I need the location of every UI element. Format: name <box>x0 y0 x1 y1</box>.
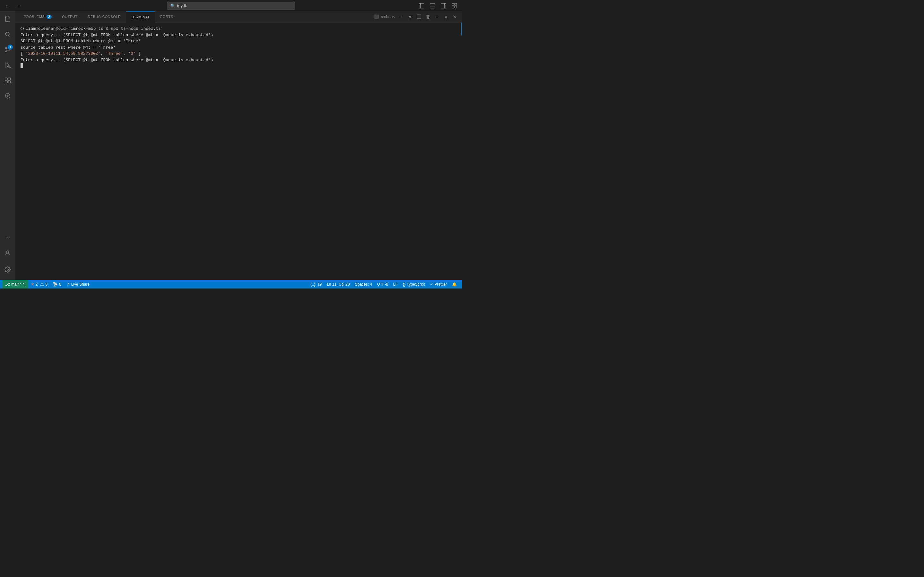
close-panel-button[interactable]: ✕ <box>451 13 459 21</box>
search-input[interactable] <box>177 3 292 8</box>
source-underline: source <box>21 45 36 51</box>
spaces-label: Spaces: 4 <box>355 282 372 287</box>
array-val-2: 'Three' <box>105 51 123 57</box>
tab-problems[interactable]: PROBLEMS 2 <box>19 11 57 23</box>
svg-line-11 <box>9 35 11 37</box>
prompt-text: liammclennan@old-rimrock-mbp ts % <box>26 26 111 32</box>
tab-terminal[interactable]: TERMINAL <box>126 11 155 23</box>
sidebar-item-run-debug[interactable] <box>0 57 15 73</box>
extensions-icon <box>5 77 11 84</box>
git-branch-item[interactable]: ⎇ main* ↻ <box>3 280 28 288</box>
formatter-label: Prettier <box>435 282 447 287</box>
terminal-line-6: Enter a query... (SELECT @t,@mt FROM tab… <box>21 57 457 63</box>
more-actions-button[interactable]: ··· <box>433 13 441 21</box>
svg-rect-20 <box>5 81 8 83</box>
spaces-item[interactable]: Spaces: 4 <box>352 280 375 288</box>
broadcast-icon: 📡 <box>53 282 58 287</box>
svg-rect-8 <box>452 6 454 8</box>
split-terminal-button[interactable] <box>415 13 423 21</box>
new-terminal-button[interactable]: + <box>397 13 405 21</box>
activity-bar: 1 <box>0 11 15 280</box>
split-icon <box>417 15 421 19</box>
svg-rect-0 <box>419 3 424 8</box>
svg-rect-7 <box>455 3 457 5</box>
formatter-check: ✓ <box>430 282 433 287</box>
command-palette[interactable]: 🔍 <box>167 2 295 10</box>
settings-icon <box>5 266 11 273</box>
line-ending-item[interactable]: LF <box>391 280 401 288</box>
title-bar: ← → 🔍 <box>0 0 462 11</box>
panel-actions: + ∨ 🗑 ··· ∧ ✕ <box>397 13 459 21</box>
svg-rect-6 <box>452 3 454 5</box>
terminal-content[interactable]: liammclennan@old-rimrock-mbp ts % npx ts… <box>15 23 462 280</box>
live-share-icon: ↗ <box>66 282 70 287</box>
status-bar: ⎇ main* ↻ ✕ 2 ⚠ 0 📡 0 ↗ Live Share {..}:… <box>0 280 462 288</box>
output-line-4-rest: tableb rest where @mt = 'Three' <box>36 45 116 51</box>
back-button[interactable]: ← <box>3 1 12 10</box>
branch-name: main* <box>11 282 21 287</box>
svg-point-14 <box>5 51 7 52</box>
language-item[interactable]: {} TypeScript <box>401 280 428 288</box>
output-line-6: Enter a query... (SELECT @t,@mt FROM tab… <box>21 57 213 63</box>
activity-top: 1 <box>0 11 15 232</box>
tab-ports[interactable]: PORTS <box>155 11 178 23</box>
launch-profile-button[interactable]: ∨ <box>406 13 414 21</box>
more-activity-button[interactable]: ··· <box>0 232 15 243</box>
svg-point-12 <box>5 47 7 49</box>
layout-buttons <box>417 1 459 10</box>
toggle-secondary-sidebar-button[interactable] <box>439 1 448 10</box>
sidebar-item-account[interactable] <box>0 245 15 261</box>
activity-bottom: ··· <box>0 232 15 280</box>
svg-rect-19 <box>8 78 11 81</box>
comma-2: , <box>123 51 128 57</box>
toggle-bottom-panel-button[interactable] <box>428 1 437 10</box>
output-line-3: SELECT @t,@mt,@i FROM tableb where @mt =… <box>21 38 141 45</box>
cursor-position-item[interactable]: Ln 11, Col 20 <box>325 280 352 288</box>
svg-point-24 <box>7 251 9 253</box>
language-label: TypeScript <box>407 282 425 287</box>
svg-rect-9 <box>455 6 457 8</box>
svg-rect-4 <box>441 3 446 8</box>
tab-debug-console[interactable]: DEBUG CONSOLE <box>82 11 126 23</box>
encoding-item[interactable]: UTF-8 <box>375 280 391 288</box>
terminal-line-3: SELECT @t,@mt,@i FROM tableb where @mt =… <box>21 38 457 45</box>
warnings-count: 0 <box>45 282 47 287</box>
problems-badge: 2 <box>47 15 52 19</box>
sidebar-item-settings[interactable] <box>0 262 15 277</box>
source-control-badge: 1 <box>8 45 13 50</box>
toggle-primary-sidebar-button[interactable] <box>417 1 426 10</box>
svg-rect-2 <box>430 3 435 8</box>
sidebar-item-extensions[interactable] <box>0 73 15 88</box>
sidebar-item-search[interactable] <box>0 27 15 42</box>
files-icon <box>5 16 11 22</box>
terminal-line-5: [ '2023-10-19T11:54:59.9827300Z' , 'Thre… <box>21 51 457 57</box>
live-share-label: Live Share <box>71 282 89 287</box>
tab-output[interactable]: OUTPUT <box>57 11 82 23</box>
svg-point-25 <box>7 269 9 271</box>
customize-layout-button[interactable] <box>450 1 459 10</box>
maximize-panel-button[interactable]: ∧ <box>442 13 450 21</box>
svg-point-10 <box>5 32 9 36</box>
kill-terminal-button[interactable]: 🗑 <box>424 13 432 21</box>
forward-button[interactable]: → <box>15 1 24 10</box>
encoding-label: UTF-8 <box>377 282 388 287</box>
formatter-item[interactable]: ✓ Prettier <box>427 280 449 288</box>
main-layout: 1 <box>0 11 462 280</box>
array-val-1: '2023-10-19T11:54:59.9827300Z' <box>26 51 101 57</box>
sidebar-item-remote[interactable] <box>0 88 15 103</box>
terminal-instance-name: node - ts <box>381 15 395 19</box>
remote-count: 0 <box>59 282 61 287</box>
scrollbar-accent <box>461 23 462 35</box>
warning-icon: ⚠ <box>40 282 44 287</box>
sidebar-item-source-control[interactable]: 1 <box>0 42 15 57</box>
terminal-cursor <box>21 63 23 68</box>
errors-item[interactable]: ✕ 2 ⚠ 0 <box>28 280 50 288</box>
command-text: npx ts-node index.ts <box>111 26 161 32</box>
notifications-item[interactable]: 🔔 <box>449 280 459 288</box>
remote-item[interactable]: 📡 0 <box>50 280 64 288</box>
json-config-item[interactable]: {..}: 19 <box>308 280 325 288</box>
terminal-scrollbar[interactable] <box>459 23 462 280</box>
sidebar-item-explorer[interactable] <box>0 11 15 27</box>
live-share-item[interactable]: ↗ Live Share <box>64 280 92 288</box>
panel-tabs: PROBLEMS 2 OUTPUT DEBUG CONSOLE TERMINAL… <box>15 11 462 23</box>
